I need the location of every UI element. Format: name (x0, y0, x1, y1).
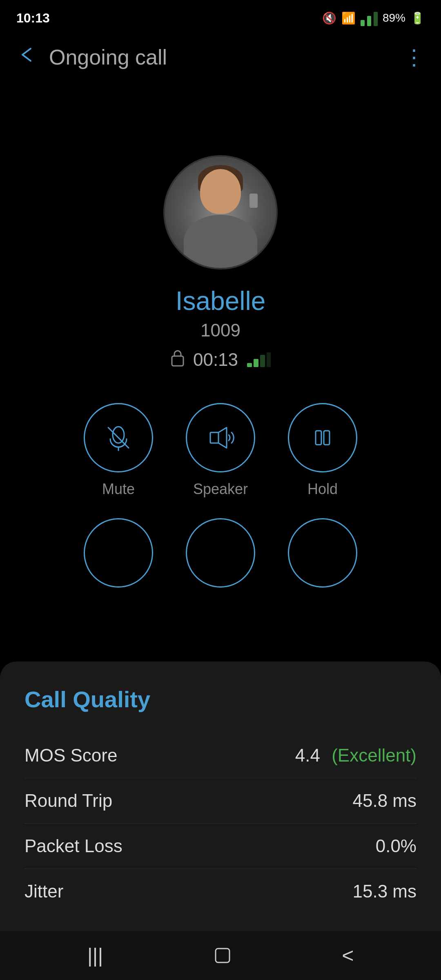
call-action-buttons-2 (84, 518, 357, 588)
call-quality-title: Call Quality (24, 686, 416, 713)
navigation-bar: ||| < (0, 931, 441, 980)
home-button[interactable] (212, 945, 233, 966)
more-options-button[interactable]: ⋮ (403, 45, 425, 69)
svg-rect-11 (216, 949, 229, 962)
signal-strength-icon (361, 10, 378, 26)
back-button[interactable] (16, 45, 37, 70)
packet-loss-value: 0.0% (376, 836, 416, 856)
svg-rect-3 (260, 355, 265, 367)
call-screen: Isabelle 1009 00:13 (0, 82, 441, 588)
speaker-button-circle[interactable] (186, 403, 255, 472)
round-trip-row: Round Trip 45.8 ms (24, 778, 416, 824)
avatar-body (184, 215, 257, 268)
status-right-icons: 🔇 📶 89% 🔋 (322, 10, 425, 26)
svg-point-5 (113, 427, 124, 443)
svg-rect-2 (254, 359, 258, 367)
jitter-value: 15.3 ms (352, 881, 416, 902)
recent-apps-button[interactable]: ||| (87, 944, 103, 967)
status-bar: 10:13 🔇 📶 89% 🔋 (0, 0, 441, 33)
mute-label: Mute (102, 481, 135, 498)
speaker-label: Speaker (193, 481, 248, 498)
jitter-label: Jitter (24, 881, 63, 902)
mute-icon (104, 423, 133, 452)
status-time: 10:13 (16, 11, 50, 26)
jitter-row: Jitter 15.3 ms (24, 869, 416, 914)
call-action-buttons: Mute Speaker Hold (84, 403, 357, 498)
pause-icon (308, 423, 337, 452)
mute-button-circle[interactable] (84, 403, 153, 472)
avatar-phone-prop (249, 194, 258, 208)
svg-rect-4 (267, 352, 271, 367)
packet-loss-label: Packet Loss (24, 836, 122, 856)
packet-loss-row: Packet Loss 0.0% (24, 824, 416, 869)
round-trip-label: Round Trip (24, 791, 112, 811)
speaker-icon (206, 423, 235, 452)
call-quality-signal-icon (246, 352, 271, 368)
battery-icon: 🔋 (410, 11, 425, 25)
battery-percentage: 89% (383, 11, 405, 24)
svg-rect-1 (247, 363, 252, 367)
avatar-face (200, 169, 241, 214)
mos-score-label: MOS Score (24, 745, 117, 766)
call-timer-row: 00:13 (170, 349, 271, 370)
svg-line-7 (108, 428, 129, 448)
mos-score-value: 4.4 (Excellent) (295, 745, 416, 766)
call-timer: 00:13 (193, 350, 238, 370)
home-icon (212, 945, 233, 966)
svg-rect-0 (172, 356, 183, 366)
svg-rect-8 (210, 432, 218, 443)
contact-avatar (163, 155, 278, 270)
extra-btn-2[interactable] (186, 518, 255, 588)
hold-label: Hold (307, 481, 338, 498)
hold-button[interactable]: Hold (288, 403, 357, 498)
back-nav-button[interactable]: < (342, 944, 354, 967)
mute-button[interactable]: Mute (84, 403, 153, 498)
hold-button-circle[interactable] (288, 403, 357, 472)
round-trip-value: 45.8 ms (352, 791, 416, 811)
mos-score-qualifier: (Excellent) (332, 745, 416, 765)
svg-rect-10 (324, 431, 330, 445)
lock-icon (170, 349, 185, 370)
contact-name: Isabelle (176, 286, 266, 316)
mute-status-icon: 🔇 (322, 11, 336, 25)
wifi-icon: 📶 (341, 11, 356, 25)
page-title: Ongoing call (49, 45, 403, 69)
extra-btn-3[interactable] (288, 518, 357, 588)
svg-rect-9 (316, 431, 321, 445)
top-bar: Ongoing call ⋮ (0, 33, 441, 82)
extra-btn-1[interactable] (84, 518, 153, 588)
mos-score-row: MOS Score 4.4 (Excellent) (24, 733, 416, 778)
speaker-button[interactable]: Speaker (186, 403, 255, 498)
contact-number: 1009 (200, 320, 241, 341)
